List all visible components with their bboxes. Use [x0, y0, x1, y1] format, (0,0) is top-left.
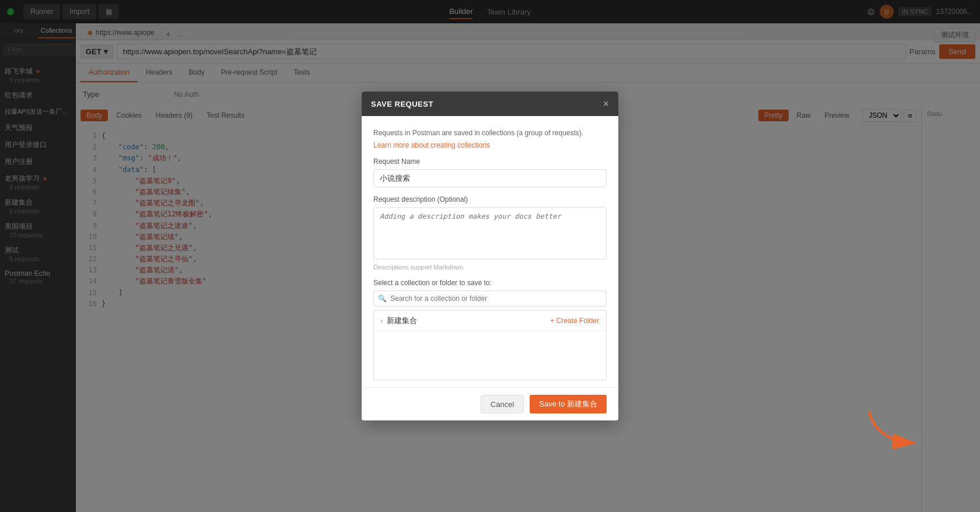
collection-select-label: Select a collection or folder to save to…: [373, 279, 607, 287]
picker-item-new-collection[interactable]: ‹ 新建集合 + Create Folder: [374, 311, 606, 331]
picker-item-name: 新建集合: [387, 315, 417, 326]
collection-search-input[interactable]: [373, 290, 607, 307]
cancel-button[interactable]: Cancel: [481, 395, 524, 413]
modal-header: SAVE REQUEST ×: [362, 92, 618, 116]
modal-info-text: Requests in Postman are saved in collect…: [373, 128, 607, 138]
modal-body: Requests in Postman are saved in collect…: [362, 116, 618, 387]
save-request-modal: SAVE REQUEST × Requests in Postman are s…: [362, 92, 618, 420]
chevron-left-icon: ‹: [381, 317, 383, 324]
search-icon: 🔍: [378, 294, 387, 303]
request-name-input[interactable]: [373, 169, 607, 187]
description-hint: Descriptions support Markdown: [373, 264, 607, 271]
modal-title: SAVE REQUEST: [371, 100, 433, 108]
modal-overlay: SAVE REQUEST × Requests in Postman are s…: [0, 0, 980, 512]
description-textarea[interactable]: [373, 207, 607, 259]
collection-search-container: 🔍: [373, 290, 607, 307]
learn-more-link[interactable]: Learn more about creating collections: [373, 141, 490, 149]
request-name-label: Request Name: [373, 157, 607, 166]
modal-footer: Cancel Save to 新建集合: [362, 387, 618, 420]
modal-close-button[interactable]: ×: [603, 99, 609, 109]
collection-picker: ‹ 新建集合 + Create Folder: [373, 310, 607, 380]
create-folder-link[interactable]: + Create Folder: [550, 317, 599, 325]
save-button[interactable]: Save to 新建集合: [530, 395, 607, 413]
description-label: Request description (Optional): [373, 195, 607, 204]
